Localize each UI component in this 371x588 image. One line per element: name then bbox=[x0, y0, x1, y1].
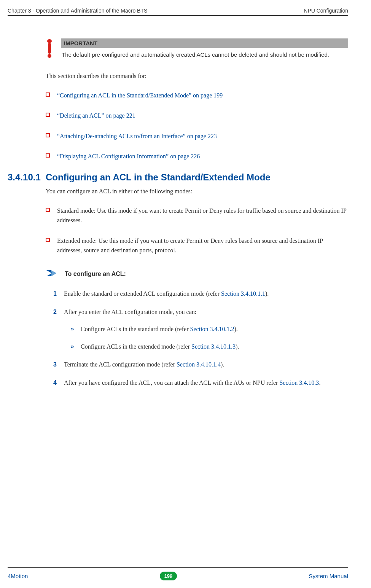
substep-text-post: ). bbox=[234, 326, 237, 332]
svg-point-0 bbox=[47, 39, 52, 43]
square-bullet-icon bbox=[46, 153, 50, 158]
substep-list: » Configure ACLs in the standard mode (r… bbox=[71, 324, 348, 351]
procedure-title: To configure an ACL: bbox=[65, 271, 126, 277]
chevron-icon: » bbox=[71, 324, 74, 333]
important-icon bbox=[46, 39, 55, 60]
list-item: Extended mode: Use this mode if you want… bbox=[46, 236, 348, 255]
step-item: 2 After you enter the ACL configuration … bbox=[53, 307, 348, 352]
page-footer: 4Motion 199 System Manual bbox=[8, 567, 348, 580]
list-item-label: Extended mode: Use this mode if you want… bbox=[57, 237, 323, 254]
svg-rect-1 bbox=[48, 43, 51, 54]
xref-link[interactable]: Section 3.4.10.1.4 bbox=[177, 361, 221, 368]
xref-link[interactable]: “Deleting an ACL” on page 221 bbox=[57, 112, 135, 119]
toc-link-list: “Configuring an ACL in the Standard/Exte… bbox=[46, 91, 348, 161]
substep-text-post: ). bbox=[236, 343, 239, 350]
square-bullet-icon bbox=[46, 208, 50, 212]
step-text: After you enter the ACL configuration mo… bbox=[64, 309, 196, 315]
square-bullet-icon bbox=[46, 238, 50, 242]
step-number: 3 bbox=[53, 360, 57, 370]
footer-right: System Manual bbox=[309, 573, 348, 579]
substep-item: » Configure ACLs in the standard mode (r… bbox=[71, 324, 348, 334]
square-bullet-icon bbox=[46, 92, 50, 97]
square-bullet-icon bbox=[46, 133, 50, 137]
important-title: IMPORTANT bbox=[61, 38, 348, 48]
section-title: Configuring an ACL in the Standard/Exten… bbox=[46, 172, 271, 183]
section-heading: 3.4.10.1 Configuring an ACL in the Stand… bbox=[8, 172, 348, 183]
svg-marker-4 bbox=[51, 270, 56, 276]
substep-text: Configure ACLs in the standard mode (ref… bbox=[81, 326, 190, 332]
procedure-header: To configure an ACL: bbox=[46, 269, 348, 279]
step-item: 4 After you have configured the ACL, you… bbox=[53, 378, 348, 388]
header-left: Chapter 3 - Operation and Administration… bbox=[8, 8, 147, 14]
step-text: Terminate the ACL configuration mode (re… bbox=[64, 361, 177, 368]
list-item: Standard mode: Use this mode if you want… bbox=[46, 206, 348, 225]
step-text-post: ). bbox=[265, 290, 269, 297]
footer-left: 4Motion bbox=[8, 573, 28, 579]
step-list: 1 Enable the standard or extended ACL co… bbox=[53, 289, 348, 388]
important-callout: IMPORTANT The default pre-configured and… bbox=[46, 38, 348, 60]
list-item: “Displaying ACL Configuration Informatio… bbox=[46, 151, 348, 161]
xref-link[interactable]: Section 3.4.10.3 bbox=[279, 379, 319, 386]
svg-point-2 bbox=[48, 54, 51, 58]
step-number: 4 bbox=[53, 378, 57, 388]
section-number: 3.4.10.1 bbox=[8, 172, 46, 183]
step-item: 3 Terminate the ACL configuration mode (… bbox=[53, 360, 348, 370]
xref-link[interactable]: “Configuring an ACL in the Standard/Exte… bbox=[57, 92, 223, 99]
section-intro-text: You can configure an ACL in either of th… bbox=[46, 186, 348, 196]
header-right: NPU Configuration bbox=[304, 8, 348, 14]
xref-link[interactable]: “Attaching/De-attaching ACLs to/from an … bbox=[57, 133, 217, 139]
step-text-post: . bbox=[319, 379, 320, 386]
step-text: Enable the standard or extended ACL conf… bbox=[64, 290, 221, 297]
step-number: 1 bbox=[53, 289, 57, 299]
list-item-label: Standard mode: Use this mode if you want… bbox=[57, 207, 346, 224]
page-number-badge: 199 bbox=[160, 572, 177, 580]
arrow-icon bbox=[46, 269, 65, 279]
important-text: The default pre-configured and automatic… bbox=[62, 51, 348, 59]
xref-link[interactable]: Section 3.4.10.1.1 bbox=[221, 290, 265, 297]
step-item: 1 Enable the standard or extended ACL co… bbox=[53, 289, 348, 299]
list-item: “Attaching/De-attaching ACLs to/from an … bbox=[46, 131, 348, 141]
step-number: 2 bbox=[53, 307, 57, 317]
substep-item: » Configure ACLs in the extended mode (r… bbox=[71, 342, 348, 352]
intro-text: This section describes the commands for: bbox=[46, 71, 348, 81]
square-bullet-icon bbox=[46, 113, 50, 117]
step-text: After you have configured the ACL, you c… bbox=[64, 379, 279, 386]
substep-text: Configure ACLs in the extended mode (ref… bbox=[81, 343, 191, 350]
xref-link[interactable]: Section 3.4.10.1.3 bbox=[191, 343, 236, 350]
page-header: Chapter 3 - Operation and Administration… bbox=[8, 8, 348, 16]
xref-link[interactable]: “Displaying ACL Configuration Informatio… bbox=[57, 153, 200, 159]
mode-list: Standard mode: Use this mode if you want… bbox=[46, 206, 348, 255]
list-item: “Deleting an ACL” on page 221 bbox=[46, 111, 348, 121]
xref-link[interactable]: Section 3.4.10.1.2 bbox=[190, 326, 234, 332]
list-item: “Configuring an ACL in the Standard/Exte… bbox=[46, 91, 348, 100]
chevron-icon: » bbox=[71, 342, 74, 351]
step-text-post: ). bbox=[221, 361, 224, 368]
